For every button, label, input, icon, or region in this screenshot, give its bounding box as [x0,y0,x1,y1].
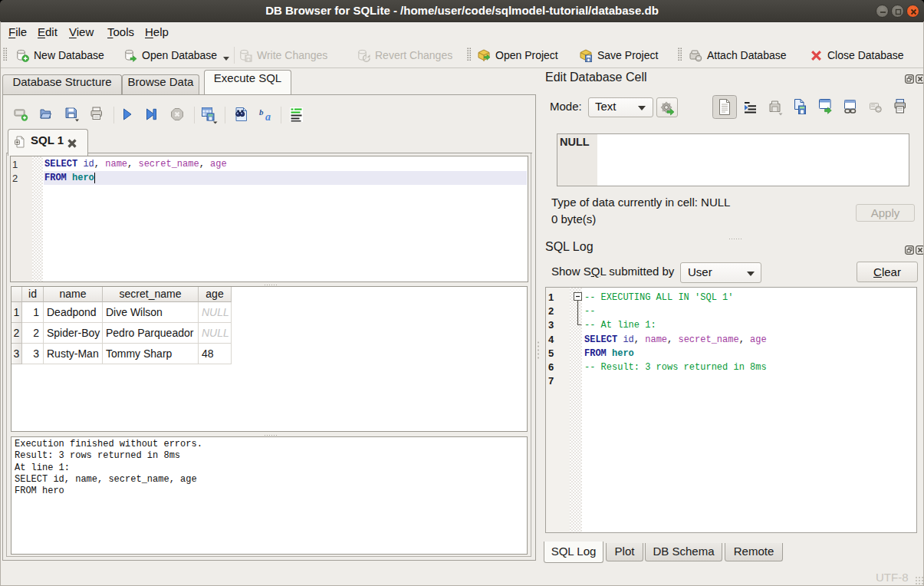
svg-text:a: a [265,111,271,123]
svg-text:b: b [259,107,264,117]
